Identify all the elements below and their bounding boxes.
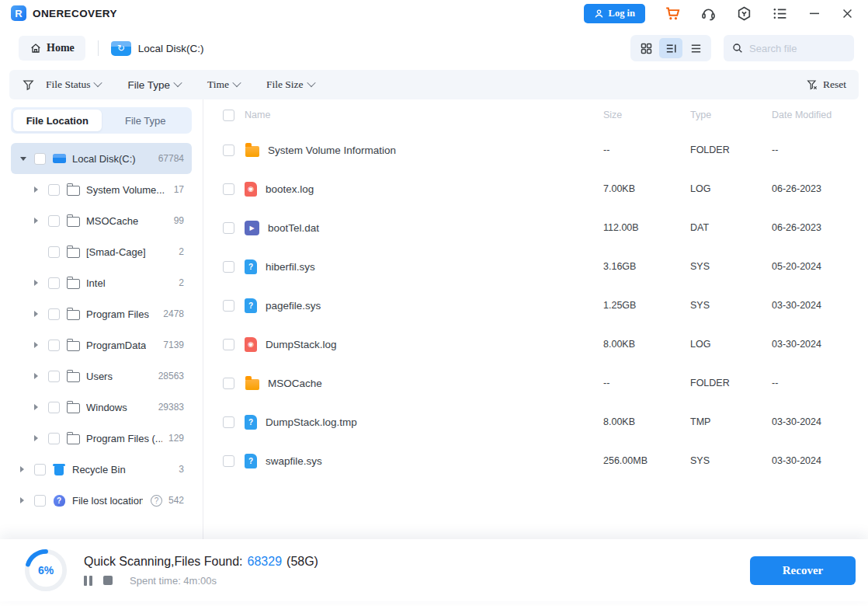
checkbox[interactable]	[48, 308, 60, 320]
file-type: FOLDER	[690, 145, 772, 155]
login-button[interactable]: Log in	[584, 4, 645, 23]
minimize-button[interactable]	[807, 6, 821, 20]
table-row[interactable]: DumpStack.log.tmp 8.00KB TMP 03-30-2024	[203, 402, 868, 441]
checkbox[interactable]	[34, 153, 46, 165]
table-row[interactable]: swapfile.sys 256.00MB SYS 03-30-2024	[203, 441, 868, 480]
caret-right-icon[interactable]	[34, 342, 42, 348]
table-row[interactable]: bootTel.dat 112.00B DAT 06-26-2023	[203, 208, 868, 247]
caret-right-icon[interactable]	[34, 186, 42, 193]
col-size: Size	[603, 110, 690, 120]
file-name: DumpStack.log	[266, 339, 337, 350]
tree-item-program-files[interactable]: Program Files 2478	[11, 298, 192, 329]
checkbox[interactable]	[223, 222, 234, 234]
tree-item-intel[interactable]: Intel 2	[11, 267, 192, 298]
checkbox[interactable]	[48, 246, 60, 258]
checkbox[interactable]	[48, 215, 60, 227]
select-all-checkbox[interactable]	[223, 110, 234, 121]
tree-item-system-volume[interactable]: System Volume... 17	[11, 174, 192, 205]
tree-count: 99	[174, 215, 184, 226]
checkbox[interactable]	[223, 183, 234, 195]
file-table: Name Size Type Date Modified System Volu…	[203, 99, 868, 539]
checkbox[interactable]	[34, 464, 46, 475]
menu-button[interactable]	[772, 5, 788, 22]
caret-right-icon[interactable]	[34, 435, 42, 441]
tree-item-windows[interactable]: Windows 29383	[11, 392, 192, 423]
stop-button[interactable]	[103, 576, 113, 585]
checkbox[interactable]	[48, 402, 60, 413]
tab-file-type[interactable]: File Type	[102, 110, 190, 131]
pause-button[interactable]	[84, 576, 92, 586]
checkbox[interactable]	[223, 261, 234, 273]
checkbox[interactable]	[48, 433, 60, 444]
caret-right-icon[interactable]	[20, 497, 28, 503]
table-row[interactable]: MSOCache -- FOLDER --	[203, 364, 868, 402]
tree-item-smad-cage[interactable]: [Smad-Cage] 2	[11, 236, 192, 267]
table-row[interactable]: pagefile.sys 1.25GB SYS 03-30-2024	[203, 286, 868, 325]
table-row[interactable]: DumpStack.log 8.00KB LOG 03-30-2024	[203, 325, 868, 364]
checkbox[interactable]	[48, 277, 60, 289]
filter-file-type[interactable]: File Type	[127, 79, 181, 91]
checkbox[interactable]	[223, 145, 234, 156]
tab-file-location[interactable]: File Location	[13, 110, 102, 131]
tree-count: 2	[179, 246, 184, 257]
col-type: Type	[690, 110, 772, 120]
checkbox[interactable]	[48, 371, 60, 382]
log-file-icon	[245, 337, 257, 352]
tree-label: File lost location	[72, 495, 143, 507]
location-tab[interactable]: ↻ Local Disk(C:)	[111, 41, 204, 56]
product-hub-button[interactable]	[736, 5, 752, 22]
tree-item-msocache[interactable]: MSOCache 99	[11, 205, 192, 236]
filter-time[interactable]: Time	[207, 78, 240, 91]
caret-down-icon[interactable]	[20, 157, 28, 161]
recover-button[interactable]: Recover	[750, 556, 856, 585]
file-name: MSOCache	[268, 378, 322, 389]
close-button[interactable]	[841, 7, 854, 20]
folder-icon	[66, 370, 80, 382]
headset-icon	[700, 5, 717, 22]
table-row[interactable]: hiberfil.sys 3.16GB SYS 05-20-2024	[203, 247, 868, 286]
checkbox[interactable]	[48, 184, 60, 196]
list-view-icon	[689, 42, 703, 55]
reset-filters-button[interactable]: Reset	[806, 78, 846, 91]
caret-right-icon[interactable]	[34, 280, 42, 286]
file-date: 03-30-2024	[772, 416, 868, 427]
table-row[interactable]: System Volume Information -- FOLDER --	[203, 131, 868, 169]
title-bar: R ONERECOVERY Log in	[0, 0, 868, 26]
caret-right-icon[interactable]	[34, 373, 42, 379]
tree-count: 2	[179, 277, 184, 288]
tree-label: ProgramData	[86, 340, 146, 351]
grid-view-button[interactable]	[634, 38, 658, 58]
checkbox[interactable]	[223, 416, 234, 428]
search-input[interactable]	[749, 43, 842, 54]
tree-item-users[interactable]: Users 28563	[11, 360, 192, 392]
tree-item-file-lost-location[interactable]: File lost location ? 542	[11, 485, 192, 516]
tree-label: Program Files (...	[86, 433, 162, 444]
help-icon[interactable]: ?	[151, 495, 162, 507]
tree-label: Users	[86, 371, 113, 382]
checkbox[interactable]	[48, 340, 60, 351]
table-row[interactable]: bootex.log 7.00KB LOG 06-26-2023	[203, 169, 868, 208]
caret-right-icon[interactable]	[34, 311, 42, 317]
list-view-button[interactable]	[684, 38, 707, 58]
support-button[interactable]	[700, 5, 717, 22]
tree-item-local-disk[interactable]: Local Disk(C:) 67784	[11, 143, 192, 174]
checkbox[interactable]	[34, 495, 46, 507]
caret-right-icon[interactable]	[20, 466, 28, 472]
home-button[interactable]: Home	[19, 36, 85, 61]
tree-item-programdata[interactable]: ProgramData 7139	[11, 329, 192, 360]
tree-item-program-files-x86[interactable]: Program Files (... 129	[11, 423, 192, 454]
filter-file-size[interactable]: File Size	[266, 78, 314, 91]
tree-item-recycle-bin[interactable]: Recycle Bin 3	[11, 454, 192, 485]
home-icon	[30, 42, 42, 54]
checkbox[interactable]	[223, 300, 234, 312]
file-size: --	[603, 378, 690, 388]
checkbox[interactable]	[223, 378, 234, 389]
tree-count: 129	[168, 433, 184, 444]
detail-view-button[interactable]	[659, 38, 682, 58]
checkbox[interactable]	[223, 455, 234, 467]
cart-button[interactable]	[665, 5, 681, 22]
filter-file-status[interactable]: File Status	[46, 78, 101, 91]
caret-right-icon[interactable]	[34, 218, 42, 224]
checkbox[interactable]	[223, 339, 234, 350]
caret-right-icon[interactable]	[34, 404, 42, 410]
